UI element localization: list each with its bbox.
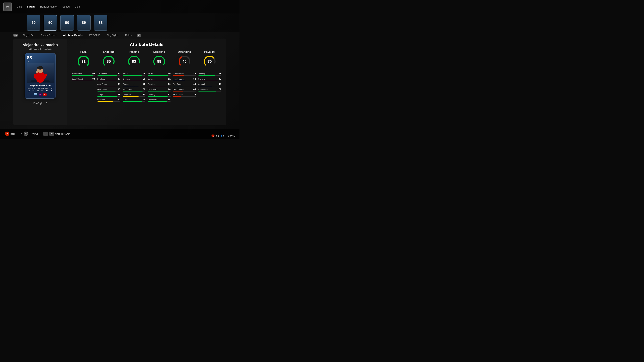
attr-curve: Curve 86: [122, 98, 146, 102]
b-button[interactable]: B: [5, 132, 10, 136]
shooting-score: 85: [107, 59, 111, 64]
attr-stand-tackle: Stand Tackle 45: [173, 88, 196, 91]
card-player-name: Alejandro Garnacho: [27, 84, 54, 87]
bottom-bar: B Back ◄ R ► Views LT RT Change Player 1…: [0, 129, 240, 139]
left-panel: Alejandro Garnacho UEL Road to the Knock…: [14, 38, 67, 125]
passing-header: Passing 83: [127, 50, 141, 70]
attr-stamina: Stamina 85: [198, 78, 221, 81]
argentina-flag: [34, 93, 38, 95]
attr-ball-control: Ball Control 88: [148, 88, 171, 91]
card-stats-values: 91 85 83 88 45 70: [27, 90, 54, 92]
back-label: Back: [10, 133, 15, 135]
player-name-title: Alejandro Garnacho: [22, 43, 58, 47]
tab-roles[interactable]: Roles: [122, 32, 135, 38]
attr-vision: Vision 84: [122, 72, 146, 76]
notification-badge: 1: [212, 134, 214, 137]
tab-player-bio[interactable]: Player Bio: [19, 32, 38, 38]
attr-shot-power: Shot Power 88: [98, 83, 120, 86]
r-button[interactable]: R: [24, 132, 28, 136]
player-strip: 90 90 90 89 88: [0, 13, 240, 32]
top-navigation: U7 Club Squad Transfer Market Squad Club: [0, 0, 240, 13]
attr-acceleration: Acceleration 93: [72, 72, 95, 76]
attr-jumping: Jumping 75: [198, 72, 221, 76]
categories-grid: Pace 91 Acceleration 93: [72, 50, 221, 104]
defending-score: 45: [182, 59, 186, 64]
tab-player-details[interactable]: Player Details: [38, 32, 60, 38]
attr-composure: Composure 86: [148, 98, 171, 102]
brand-logo: THEGAMER: [226, 135, 236, 137]
right-panel: Attribute Details Pace 91 Acc: [67, 38, 226, 125]
rt-button[interactable]: RT: [49, 132, 54, 136]
shooting-header: Shooting 85: [102, 50, 116, 70]
attr-aggression: Aggression 77: [198, 88, 221, 91]
player-card: 88 LM: [25, 53, 56, 98]
pace-score: 91: [82, 59, 86, 64]
category-dribbling: Dribbling 88 Agility 90: [148, 50, 171, 104]
defending-gauge: 45: [178, 55, 191, 68]
attr-interceptions: Interceptions 49: [173, 72, 196, 76]
premier-league-badge: PL: [39, 93, 42, 96]
attr-balance: Balance 91: [148, 78, 171, 81]
category-defending: Defending 45 Interceptions 49: [173, 50, 196, 104]
strip-card-3[interactable]: 90: [60, 15, 74, 31]
attr-def-aware: Def. Aware 44: [173, 83, 196, 86]
rb-badge: RB: [137, 34, 141, 37]
physical-score: 70: [208, 59, 212, 64]
strip-card-5[interactable]: 88: [94, 15, 107, 31]
lt-button[interactable]: LT: [43, 132, 48, 136]
nav-squad2[interactable]: Squad: [62, 5, 70, 8]
change-player-control[interactable]: LT RT Change Player: [43, 132, 70, 136]
nav-club2[interactable]: Club: [75, 5, 80, 8]
count-2: 👤 9: [220, 135, 224, 137]
manchester-united-badge: MU: [43, 93, 47, 96]
attr-long-shots: Long Shots 80: [98, 88, 120, 91]
physical-header: Physical 70: [203, 50, 216, 70]
bottom-right-info: 1 ⚙ 1 👤 9 THEGAMER: [212, 134, 236, 137]
passing-gauge: 83: [127, 55, 141, 68]
dribbling-gauge: 88: [152, 55, 166, 68]
attr-fk-acc: FK Acc. 70: [122, 83, 146, 86]
shooting-gauge: 85: [102, 55, 116, 68]
nav-items: Club Squad Transfer Market Squad Club: [17, 5, 80, 8]
attr-att-position: Att. Position 88: [98, 72, 120, 76]
card-rating: 88: [27, 55, 54, 60]
attr-penalties: Penalties 70: [98, 98, 120, 102]
passing-score: 83: [132, 59, 136, 64]
attr-long-pass: Long Pass 70: [122, 93, 146, 97]
player-image: [27, 63, 54, 83]
nav-transfer-market[interactable]: Transfer Market: [40, 5, 57, 8]
views-label: Views: [32, 133, 38, 135]
defending-header: Defending 45: [178, 50, 191, 70]
category-shooting: Shooting 85 Att. Position 88: [98, 50, 120, 104]
nav-club[interactable]: Club: [17, 5, 22, 8]
views-control[interactable]: ◄ R ► Views: [20, 132, 38, 136]
attr-short-pass: Short Pass 88: [122, 88, 146, 91]
back-control[interactable]: B Back: [5, 132, 15, 136]
player-figure: [27, 63, 53, 83]
card-badges: PL MU: [27, 93, 54, 96]
card-stats-labels: PACSHOPASDRIDEFPHY: [27, 87, 54, 89]
pace-gauge: 91: [77, 55, 90, 68]
attr-slide-tackle: Slide Tackle 35: [173, 93, 196, 97]
tab-profile[interactable]: PROFILE: [86, 32, 103, 38]
tab-playstyles[interactable]: PlayStyles: [103, 32, 122, 38]
nav-squad[interactable]: Squad: [27, 5, 35, 8]
attr-crossing: Crossing 86: [122, 78, 146, 81]
nav-logo: U7: [3, 2, 12, 11]
attr-finishing: Finishing 87: [98, 78, 120, 81]
tab-attribute-details[interactable]: Attribute Details: [60, 32, 86, 38]
pace-header: Pace 91: [77, 50, 90, 70]
category-pace: Pace 91 Acceleration 93: [72, 50, 95, 104]
dribbling-score: 88: [157, 59, 161, 64]
strip-card-4[interactable]: 89: [77, 15, 90, 31]
svg-point-8: [36, 71, 38, 73]
card-position: LM: [27, 60, 54, 62]
attr-agility: Agility 90: [148, 72, 171, 76]
svg-rect-7: [41, 82, 43, 82]
count-1: ⚙ 1: [216, 135, 219, 137]
strip-card-1[interactable]: 90: [27, 15, 40, 31]
lb-badge: LB: [14, 34, 18, 37]
attr-volleys: Volleys 87: [98, 93, 120, 97]
strip-card-2[interactable]: 90: [44, 15, 57, 31]
tab-navigation: LB Player Bio Player Details Attribute D…: [14, 32, 240, 38]
